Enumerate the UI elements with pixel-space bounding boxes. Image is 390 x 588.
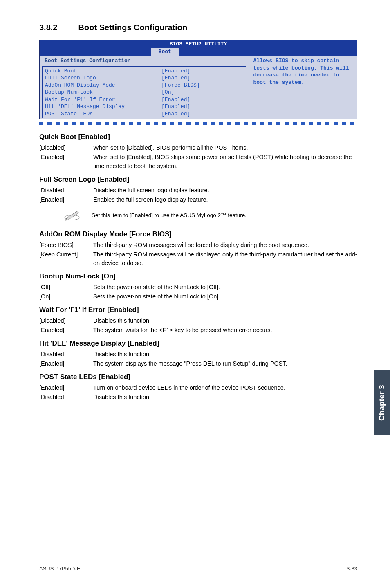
section-number: 3.8.2 [39, 23, 76, 32]
option-key: [Disabled] [39, 186, 93, 195]
option-key: [Enabled] [39, 195, 93, 204]
option-key: [Enabled] [39, 326, 93, 334]
option-description: The third-party ROM messages will be dis… [93, 250, 357, 267]
option-description: The third-party ROM messages will be for… [93, 241, 357, 249]
option-row: [Enabled]The system displays the message… [39, 359, 357, 368]
bios-active-tab: Boot [151, 48, 179, 56]
bios-help-text: Allows BIOS to skip certain tests while … [249, 56, 357, 119]
bios-setting-key: Wait For 'F1' If Error [45, 96, 161, 103]
note-callout: Set this item to [Enabled] to use the AS… [64, 209, 357, 222]
bios-group-title: Boot Settings Configuration [40, 56, 249, 65]
option-description: Sets the power-on state of the NumLock t… [93, 283, 357, 292]
option-key: [On] [39, 292, 93, 301]
setting-heading: Bootup Num-Lock [On] [39, 272, 357, 281]
option-row: [Enabled]Turn on onboard device LEDs in … [39, 384, 357, 392]
footer-page-number: 3-33 [347, 566, 357, 572]
option-description: The system displays the message "Press D… [93, 359, 357, 368]
option-description: Turn on onboard device LEDs in the order… [93, 384, 357, 392]
option-key: [Disabled] [39, 316, 93, 325]
option-row: [Enabled]Enables the full screen logo di… [39, 195, 357, 204]
option-row: [Disabled]When set to [Disabled], BIOS p… [39, 144, 357, 152]
option-row: [Disabled]Disables this function. [39, 316, 357, 325]
option-row: [Disabled]Disables this function. [39, 393, 357, 402]
option-row: [Off]Sets the power-on state of the NumL… [39, 283, 357, 292]
section-heading: 3.8.2 Boot Settings Configuration [39, 23, 357, 32]
option-row: [Disabled]Disables this function. [39, 350, 357, 359]
bios-setting-value: [Enabled] [161, 110, 190, 118]
bios-setting-value: [Enabled] [161, 74, 190, 82]
bios-setting-row: Wait For 'F1' If Error[Enabled] [45, 96, 246, 103]
option-key: [Enabled] [39, 153, 93, 170]
bios-title: BIOS SETUP UTILITY [40, 40, 357, 48]
option-row: [Force BIOS]The third-party ROM messages… [39, 241, 357, 249]
bios-setting-key: AddOn ROM Display Mode [45, 82, 161, 89]
option-key: [Force BIOS] [39, 241, 93, 249]
bios-screenshot: BIOS SETUP UTILITY Boot Boot Settings Co… [39, 40, 357, 119]
option-description: Disables this function. [93, 350, 357, 359]
bios-setting-key: Hit 'DEL' Message Display [45, 103, 161, 110]
page-footer: ASUS P7P55D-E 3-33 [39, 563, 357, 572]
bios-tab-bar: Boot [40, 48, 357, 56]
option-row: [Enabled]When set to [Enabled], BIOS ski… [39, 153, 357, 170]
bios-setting-row: Quick Boot[Enabled] [45, 67, 246, 75]
setting-heading: Hit 'DEL' Message Display [Enabled] [39, 339, 357, 348]
bios-setting-value: [On] [161, 89, 174, 96]
footer-product: ASUS P7P55D-E [39, 566, 80, 572]
option-key: [Disabled] [39, 144, 93, 152]
option-key: [Disabled] [39, 393, 93, 402]
option-description: Sets the power-on state of the NumLock t… [93, 292, 357, 301]
option-description: The system waits for the <F1> key to be … [93, 326, 357, 334]
bios-setting-key: POST State LEDs [45, 110, 161, 118]
option-row: [Enabled]The system waits for the <F1> k… [39, 326, 357, 334]
bios-setting-value: [Enabled] [161, 67, 190, 75]
option-description: Disables this function. [93, 316, 357, 325]
option-row: [On]Sets the power-on state of the NumLo… [39, 292, 357, 301]
option-key: [Keep Current] [39, 250, 93, 267]
bios-setting-value: [Enabled] [161, 103, 190, 110]
chapter-side-tab: Chapter 3 [374, 370, 390, 435]
bios-cutoff-indicator [39, 122, 357, 125]
bios-setting-row: Bootup Num-Lock[On] [45, 89, 246, 96]
option-description: Disables the full screen logo display fe… [93, 186, 357, 195]
bios-setting-key: Quick Boot [45, 67, 161, 75]
section-title-text: Boot Settings Configuration [78, 23, 188, 32]
bios-setting-value: [Enabled] [161, 96, 190, 103]
option-row: [Keep Current]The third-party ROM messag… [39, 250, 357, 267]
setting-heading: AddOn ROM Display Mode [Force BIOS] [39, 230, 357, 238]
setting-heading: Quick Boot [Enabled] [39, 133, 357, 141]
setting-heading: Full Screen Logo [Enabled] [39, 175, 357, 184]
bios-setting-key: Full Screen Logo [45, 74, 161, 82]
option-row: [Disabled]Disables the full screen logo … [39, 186, 357, 195]
option-description: Enables the full screen logo display fea… [93, 195, 357, 204]
setting-heading: Wait For 'F1' If Error [Enabled] [39, 306, 357, 314]
bios-setting-row: Full Screen Logo[Enabled] [45, 74, 246, 82]
bios-setting-row: POST State LEDs[Enabled] [45, 110, 246, 118]
bios-setting-key: Bootup Num-Lock [45, 89, 161, 96]
option-key: [Off] [39, 283, 93, 292]
option-key: [Enabled] [39, 384, 93, 392]
bios-setting-row: AddOn ROM Display Mode[Force BIOS] [45, 82, 246, 89]
bios-setting-value: [Force BIOS] [161, 82, 200, 89]
option-key: [Disabled] [39, 350, 93, 359]
option-description: When set to [Disabled], BIOS performs al… [93, 144, 357, 152]
option-description: When set to [Enabled], BIOS skips some p… [93, 153, 357, 170]
note-text: Set this item to [Enabled] to use the AS… [92, 212, 247, 218]
setting-heading: POST State LEDs [Enabled] [39, 373, 357, 381]
pencil-note-icon [64, 209, 82, 222]
bios-settings-list: Quick Boot[Enabled]Full Screen Logo[Enab… [42, 66, 246, 119]
option-key: [Enabled] [39, 359, 93, 368]
bios-setting-row: Hit 'DEL' Message Display[Enabled] [45, 103, 246, 110]
option-description: Disables this function. [93, 393, 357, 402]
